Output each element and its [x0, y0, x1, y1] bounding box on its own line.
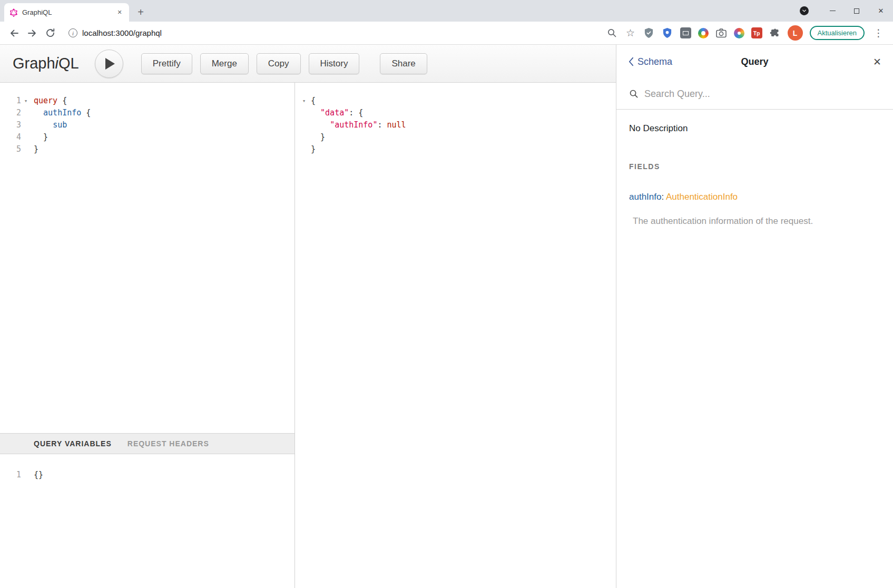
minimize-button[interactable] — [820, 0, 845, 22]
address-bar[interactable]: i localhost:3000/graphql — [64, 25, 601, 41]
reload-icon — [45, 28, 55, 38]
bookmark-star-icon[interactable]: ☆ — [625, 27, 636, 39]
url-text[interactable]: localhost:3000/graphql — [82, 28, 162, 37]
browser-tab-graphiql[interactable]: GraphiQL ✕ — [4, 3, 129, 22]
tab-request-headers[interactable]: REQUEST HEADERS — [127, 439, 209, 448]
tab-query-variables[interactable]: QUERY VARIABLES — [34, 439, 112, 448]
code-line: "authInfo": null — [295, 119, 616, 131]
back-button[interactable] — [5, 24, 23, 42]
code-line: 1▾query { — [0, 95, 295, 107]
forward-icon — [27, 28, 37, 38]
code-line: 4 } — [0, 131, 295, 143]
query-editor-code[interactable]: 1▾query {2 authInfo {3 sub4 }5} — [0, 83, 295, 433]
prettify-button[interactable]: Prettify — [141, 53, 192, 74]
extension-tp-icon[interactable]: Tp — [751, 27, 762, 38]
doc-back-link[interactable]: Schema — [628, 56, 672, 67]
code-line: 3 sub — [0, 119, 295, 131]
reload-button[interactable] — [41, 24, 59, 42]
code-line: 5} — [0, 143, 295, 155]
minimize-icon — [830, 11, 836, 11]
doc-search-input[interactable] — [644, 89, 880, 100]
code-line: "data": { — [295, 107, 616, 119]
doc-close-icon[interactable]: ✕ — [873, 56, 881, 68]
close-window-button[interactable]: ✕ — [869, 0, 893, 22]
graphql-favicon-icon — [9, 8, 18, 17]
profile-avatar[interactable]: L — [788, 25, 803, 41]
history-button[interactable]: History — [309, 53, 360, 74]
browser-status-badge-icon[interactable] — [800, 6, 809, 15]
field-separator: : — [661, 192, 666, 202]
query-pane: 1▾query {2 authInfo {3 sub4 }5} QUERY VA… — [0, 83, 295, 588]
tab-title: GraphiQL — [22, 8, 111, 16]
field-type-link[interactable]: AuthenticationInfo — [666, 192, 738, 202]
code-line: 1{} — [0, 469, 295, 481]
doc-explorer-panel: Query Schema ✕ No Description FIELDS aut… — [616, 45, 893, 588]
code-line: } — [295, 131, 616, 143]
code-line: ▾{ — [295, 95, 616, 107]
doc-search-bar — [616, 79, 893, 110]
navbar-right-cluster: ☆ Tp L Aktualisieren ⋮ — [606, 25, 888, 41]
new-tab-button[interactable]: + — [133, 5, 148, 19]
graphiql-logo: GraphiQL — [13, 55, 79, 72]
zoom-icon[interactable] — [606, 27, 618, 39]
close-icon: ✕ — [878, 7, 884, 15]
code-line: 2 authInfo { — [0, 107, 295, 119]
chevron-left-icon — [628, 57, 634, 66]
extensions-puzzle-icon[interactable] — [769, 27, 781, 39]
graphiql-toolbar: GraphiQL Prettify Merge Copy History Sha… — [0, 45, 616, 83]
variables-header: QUERY VARIABLES REQUEST HEADERS — [0, 433, 295, 454]
doc-fields-header: FIELDS — [629, 162, 880, 171]
doc-field-authinfo: authInfo: AuthenticationInfo — [629, 192, 880, 202]
doc-no-description: No Description — [629, 123, 880, 134]
back-icon — [9, 28, 19, 38]
doc-field-description: The authentication information of the re… — [629, 216, 880, 227]
graphiql-left-section: GraphiQL Prettify Merge Copy History Sha… — [0, 45, 616, 588]
field-name-link[interactable]: authInfo — [629, 192, 661, 202]
extension-pinwheel-icon[interactable] — [698, 28, 709, 38]
doc-explorer-header: Query Schema ✕ — [616, 45, 893, 79]
maximize-button[interactable] — [845, 0, 869, 22]
browser-menu-kebab-icon[interactable]: ⋮ — [871, 27, 886, 39]
merge-button[interactable]: Merge — [200, 53, 249, 74]
execute-button[interactable] — [95, 50, 123, 78]
extension-shield-icon[interactable] — [643, 27, 655, 39]
graphiql-app: GraphiQL Prettify Merge Copy History Sha… — [0, 45, 893, 588]
fold-icon[interactable]: ▾ — [21, 95, 31, 107]
search-icon — [629, 89, 639, 99]
browser-navbar: i localhost:3000/graphql ☆ Tp — [0, 22, 893, 45]
play-icon — [105, 58, 115, 70]
editor-panes: 1▾query {2 authInfo {3 sub4 }5} QUERY VA… — [0, 83, 616, 588]
browser-tab-strip: GraphiQL ✕ + ✕ — [0, 0, 893, 22]
window-controls: ✕ — [800, 0, 893, 22]
tab-close-icon[interactable]: ✕ — [115, 8, 124, 17]
browser-window: GraphiQL ✕ + ✕ i localhost:3000/graphql — [0, 0, 893, 588]
variables-editor-code[interactable]: 1{} — [0, 454, 295, 588]
share-button[interactable]: Share — [380, 53, 427, 74]
copy-button[interactable]: Copy — [257, 53, 301, 74]
response-viewer-code[interactable]: ▾{ "data": { "authInfo": null }} — [295, 83, 616, 588]
fold-icon[interactable]: ▾ — [299, 95, 309, 107]
extension-square-icon[interactable] — [680, 27, 691, 38]
extension-camera-icon[interactable] — [715, 27, 727, 39]
forward-button[interactable] — [23, 24, 41, 42]
maximize-icon — [854, 8, 859, 14]
extension-atom-icon[interactable] — [734, 28, 744, 38]
extension-blue-shield-icon[interactable] — [662, 27, 673, 39]
site-info-icon[interactable]: i — [68, 28, 77, 37]
update-button[interactable]: Aktualisieren — [810, 26, 865, 40]
code-line: } — [295, 143, 616, 155]
doc-content: No Description FIELDS authInfo: Authenti… — [616, 110, 893, 227]
